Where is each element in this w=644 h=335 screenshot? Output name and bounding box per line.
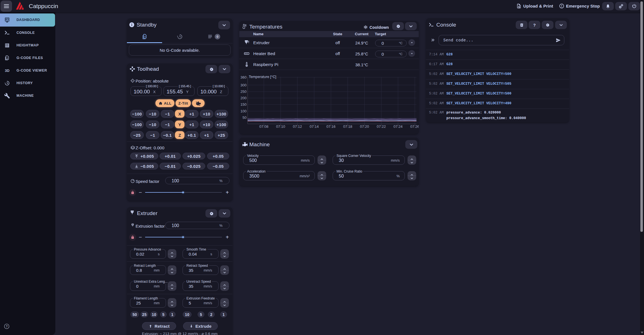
svg-text:?: ?	[6, 325, 8, 328]
svg-text:07:22: 07:22	[377, 124, 386, 129]
svg-text:50: 50	[243, 115, 247, 120]
svg-text:150: 150	[240, 102, 247, 107]
svg-text:07:24: 07:24	[394, 124, 403, 129]
svg-text:07:20: 07:20	[360, 124, 369, 129]
svg-text:360: 360	[240, 75, 247, 79]
svg-text:07:26: 07:26	[410, 124, 419, 129]
svg-text:07:18: 07:18	[343, 124, 352, 129]
svg-text:Temperature [°C]: Temperature [°C]	[249, 75, 276, 79]
svg-text:100: 100	[240, 109, 247, 113]
svg-text:07:14: 07:14	[310, 124, 319, 129]
svg-text:07:16: 07:16	[326, 124, 336, 129]
svg-text:200: 200	[240, 96, 247, 100]
svg-text:250: 250	[240, 89, 247, 94]
svg-text:07:12: 07:12	[293, 124, 302, 129]
svg-text:300: 300	[240, 83, 247, 87]
svg-text:07:10: 07:10	[276, 124, 285, 129]
svg-text:07:08: 07:08	[259, 124, 269, 129]
